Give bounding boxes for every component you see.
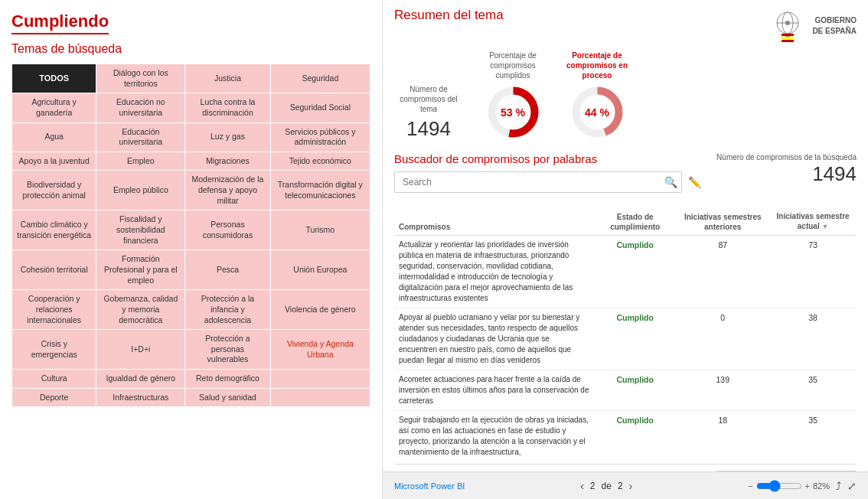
topic-cell[interactable]: Apoyo a la juventud — [12, 152, 96, 171]
topic-cell[interactable]: Reto demográfico — [185, 370, 270, 389]
svg-rect-6 — [782, 40, 794, 42]
ini-act-cell: 38 — [769, 308, 857, 370]
topic-cell[interactable]: Agua — [12, 122, 96, 152]
search-icon[interactable]: 🔍 — [664, 176, 677, 188]
topic-cell[interactable]: I+D+i — [96, 330, 185, 370]
table-row[interactable]: Apoyar al pueblo ucraniano y velar por s… — [394, 308, 857, 370]
topic-cell[interactable]: Protección a la infancia y adolescencia — [185, 290, 270, 330]
zoom-slider[interactable] — [756, 480, 802, 492]
topic-cell[interactable] — [270, 370, 370, 389]
table-row[interactable]: Seguir trabajando en la ejecución de obr… — [394, 410, 857, 461]
compromisos-text: Seguir trabajando en la ejecución de obr… — [394, 410, 594, 461]
topic-cell[interactable]: Formación Profesional y para el empleo — [96, 250, 185, 290]
cumplidos-label: Porcentaje de compromisos cumplidos — [478, 51, 547, 80]
zoom-control: − + 82% — [748, 480, 830, 492]
estado-cell: Cumplido — [594, 308, 676, 370]
proceso-label: Porcentaje de compromisos en proceso — [563, 51, 631, 80]
search-buscador: Buscador de compromisos por palabras 🔍 ✏… — [394, 152, 701, 202]
next-page-button[interactable]: › — [629, 480, 633, 492]
topic-cell[interactable]: Transformación digital y telecomunicacio… — [270, 171, 370, 210]
topic-cell[interactable]: Protección a personas vulnerables — [185, 330, 270, 370]
topic-cell[interactable]: Lucha contra la discriminación — [185, 93, 270, 122]
stat-proceso: Porcentaje de compromisos en proceso 44 … — [563, 51, 631, 141]
topic-cell[interactable]: Deporte — [12, 388, 96, 407]
topic-cell[interactable] — [270, 388, 370, 407]
topic-cell[interactable]: Educación no universitaria — [96, 93, 185, 122]
topic-cell[interactable]: Seguridad — [270, 64, 370, 93]
topic-cell[interactable]: Cohesión territorial — [12, 250, 96, 290]
prev-page-button[interactable]: ‹ — [580, 480, 584, 492]
pagination: ‹ 2 de 2 › — [580, 480, 632, 492]
search-section-title: Temas de búsqueda — [11, 42, 370, 56]
topic-cell[interactable]: Empleo público — [96, 171, 185, 210]
topic-cell[interactable]: Empleo — [96, 152, 185, 171]
topic-cell[interactable]: Fiscalidad y sostenibilidad financiera — [96, 210, 185, 250]
sort-icon[interactable]: ▼ — [822, 223, 829, 230]
compromisos-table: Compromisos Estado de cumplimiento Inici… — [394, 208, 857, 461]
donut-proceso: 44 % — [569, 83, 626, 141]
topic-cell[interactable]: Seguridad Social — [270, 93, 370, 122]
topic-cell[interactable]: TODOS — [12, 64, 96, 93]
estado-cell: Cumplido — [594, 370, 676, 410]
right-header: Resumen del tema GOBIERNO DE ESPAÑA — [394, 8, 857, 44]
compromisos-text: Acometer actuaciones para hacer frente a… — [394, 370, 594, 410]
search-input[interactable] — [394, 171, 682, 193]
topic-cell[interactable]: Educación universitaria — [96, 122, 185, 152]
edit-icon[interactable]: ✏️ — [688, 176, 701, 188]
ini-act-cell: 73 — [769, 235, 857, 308]
table-row[interactable]: Actualizar y reorientar las prioridades … — [394, 235, 857, 308]
topic-cell[interactable]: Biodiversidad y protección animal — [12, 171, 96, 210]
topic-cell[interactable]: Igualdad de género — [96, 370, 185, 389]
topic-cell[interactable]: Cambio climático y transición energética — [12, 210, 96, 250]
compromisos-label: Número de compromisos del tema — [394, 84, 463, 114]
ini-ant-cell: 0 — [676, 308, 769, 370]
topic-cell[interactable]: Modernización de la defensa y apoyo mili… — [185, 171, 270, 210]
topic-cell[interactable]: Violencia de género — [270, 290, 370, 330]
estado-cell: Cumplido — [594, 235, 676, 308]
gov-logo: GOBIERNO DE ESPAÑA — [769, 8, 857, 44]
topic-cell[interactable]: Crisis y emergencias — [12, 330, 96, 370]
col-header-estado: Estado de cumplimiento — [594, 208, 676, 235]
svg-point-3 — [785, 21, 790, 25]
ini-ant-cell: 87 — [676, 235, 769, 308]
ini-act-cell: 35 — [769, 370, 857, 410]
zoom-plus-icon[interactable]: + — [805, 481, 810, 491]
topic-cell[interactable]: Justicia — [185, 64, 270, 93]
topic-cell[interactable]: Pesca — [185, 250, 270, 290]
num-busqueda-value: 1494 — [716, 162, 857, 186]
table-row[interactable]: Acometer actuaciones para hacer frente a… — [394, 370, 857, 410]
topic-cell[interactable]: Cooperación y relaciones internacionales — [12, 290, 96, 330]
topic-cell[interactable]: Vivienda y AgendaUrbana — [270, 330, 370, 370]
search-row: 🔍 ✏️ — [394, 171, 701, 193]
topic-cell[interactable]: Tejido económico — [270, 152, 370, 171]
ini-ant-cell: 139 — [676, 370, 769, 410]
logo: Cumpliendo — [11, 11, 109, 34]
topic-cell[interactable]: Salud y sanidad — [185, 388, 270, 407]
topic-cell[interactable]: Turismo — [270, 210, 370, 250]
topic-cell[interactable]: Servicios públicos y administración — [270, 122, 370, 152]
footer-bar: Microsoft Power BI ‹ 2 de 2 › − + 82% ⤴ … — [383, 471, 868, 499]
ini-ant-cell: 18 — [676, 410, 769, 461]
topic-cell[interactable]: Infraestructuras — [96, 388, 185, 407]
topic-cell[interactable]: Migraciones — [185, 152, 270, 171]
footer-right: − + 82% ⤴ ⤢ — [748, 480, 857, 492]
page-total: 2 — [618, 481, 623, 491]
fullscreen-icon[interactable]: ⤢ — [847, 480, 857, 492]
topic-cell[interactable]: Personas consumidoras — [185, 210, 270, 250]
stat-compromisos: Número de compromisos del tema 1494 — [394, 84, 463, 141]
page-of-label: de — [602, 481, 612, 491]
topic-cell[interactable]: Diálogo con los territorios — [96, 64, 185, 93]
gov-text: GOBIERNO DE ESPAÑA — [812, 15, 857, 37]
topic-cell[interactable]: Gobernanza, calidad y memoria democrátic… — [96, 290, 185, 330]
powerbi-link[interactable]: Microsoft Power BI — [394, 481, 465, 491]
col-header-ini-ant: Iniciativas semestres anteriores — [676, 208, 769, 235]
share-icon[interactable]: ⤴ — [836, 480, 841, 492]
compromisos-text: Actualizar y reorientar las prioridades … — [394, 235, 594, 308]
topic-cell[interactable]: Luz y gas — [185, 122, 270, 152]
compromisos-text: Apoyar al pueblo ucraniano y velar por s… — [394, 308, 594, 370]
num-busqueda-label: Número de compromisos de la búsqueda — [716, 152, 857, 162]
topic-cell[interactable]: Unión Europea — [270, 250, 370, 290]
zoom-minus-icon[interactable]: − — [748, 481, 752, 491]
topic-cell[interactable]: Agricultura y ganadería — [12, 93, 96, 122]
topic-cell[interactable]: Cultura — [12, 370, 96, 389]
